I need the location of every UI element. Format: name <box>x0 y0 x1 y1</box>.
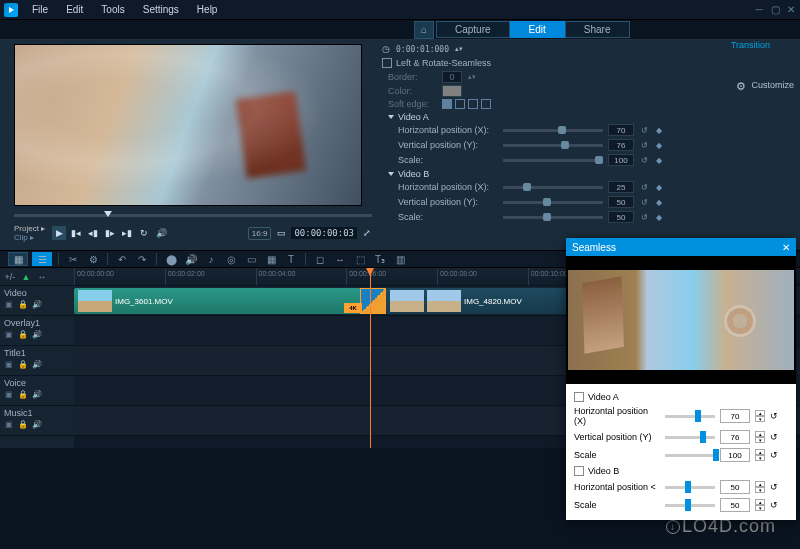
seamless-a-slider[interactable] <box>665 454 715 457</box>
resize-preview-icon[interactable]: ⤢ <box>360 226 374 240</box>
video-b-value-input[interactable]: 25 <box>608 181 634 193</box>
track-mute-icon[interactable]: 🔊 <box>32 359 42 369</box>
tab-capture[interactable]: Capture <box>436 21 510 38</box>
split-screen-icon[interactable]: ▥ <box>392 252 408 266</box>
record-button[interactable]: ⬤ <box>163 252 179 266</box>
reset-icon[interactable]: ↺ <box>770 482 778 492</box>
softedge-none[interactable] <box>442 99 452 109</box>
auto-music-icon[interactable]: ♪ <box>203 252 219 266</box>
video-b-group[interactable]: Video B <box>388 169 794 179</box>
track-mute-icon[interactable]: 🔊 <box>32 419 42 429</box>
seamless-b-spinner[interactable]: ▴▾ <box>755 481 765 493</box>
seamless-b-spinner[interactable]: ▴▾ <box>755 499 765 511</box>
softedge-2[interactable] <box>468 99 478 109</box>
home-button[interactable]: ⌂ <box>414 21 434 39</box>
subtitle-icon[interactable]: ▭ <box>243 252 259 266</box>
keyframe-icon[interactable]: ◆ <box>654 155 664 165</box>
video-a-slider[interactable] <box>503 144 603 147</box>
reset-icon[interactable]: ↺ <box>639 197 649 207</box>
volume-button[interactable]: 🔊 <box>154 226 168 240</box>
reset-icon[interactable]: ↺ <box>639 212 649 222</box>
video-a-slider[interactable] <box>503 129 603 132</box>
track-lock-icon[interactable]: 🔒 <box>18 299 28 309</box>
menu-help[interactable]: Help <box>189 2 226 17</box>
scroll-toggle-icon[interactable]: ↔ <box>36 271 48 283</box>
track-lock-icon[interactable]: 🔒 <box>18 329 28 339</box>
reset-icon[interactable]: ↺ <box>770 500 778 510</box>
preview-scrubber[interactable] <box>14 208 372 222</box>
tab-share[interactable]: Share <box>565 21 630 38</box>
seamless-a-spinner[interactable]: ▴▾ <box>755 431 765 443</box>
aspect-ratio-selector[interactable]: 16:9 <box>248 227 272 240</box>
track-header-voice[interactable]: Voice▣🔒🔊 <box>0 376 74 406</box>
menu-tools[interactable]: Tools <box>93 2 132 17</box>
video-a-value-input[interactable]: 70 <box>608 124 634 136</box>
playhead[interactable] <box>370 268 371 448</box>
goto-start-button[interactable]: ▮◂ <box>69 226 83 240</box>
keyframe-icon[interactable]: ◆ <box>654 125 664 135</box>
time-remap-icon[interactable]: ↔︎ <box>332 252 348 266</box>
undo-button[interactable]: ↶ <box>114 252 130 266</box>
track-insert-icon[interactable]: ▣ <box>4 329 14 339</box>
seamless-b-slider[interactable] <box>665 486 715 489</box>
reset-icon[interactable]: ↺ <box>770 411 778 421</box>
seamless-dialog[interactable]: Seamless ✕ Video A Horizontal position (… <box>566 238 796 520</box>
maximize-button[interactable]: ▢ <box>770 5 780 15</box>
track-header-video[interactable]: Video▣🔒🔊 <box>0 286 74 316</box>
chapter-icon[interactable]: T <box>283 252 299 266</box>
track-lock-icon[interactable]: 🔒 <box>18 419 28 429</box>
preview-timecode[interactable]: 00:00:00:03 <box>291 227 357 239</box>
tool-options-icon[interactable]: ⚙ <box>85 252 101 266</box>
track-mute-icon[interactable]: 🔊 <box>32 299 42 309</box>
track-insert-icon[interactable]: ▣ <box>4 299 14 309</box>
duration-spinner[interactable]: ▴▾ <box>455 45 463 53</box>
menu-settings[interactable]: Settings <box>135 2 187 17</box>
track-mute-icon[interactable]: 🔊 <box>32 389 42 399</box>
border-value-input[interactable]: 0 <box>442 71 462 83</box>
seamless-titlebar[interactable]: Seamless ✕ <box>566 238 796 256</box>
seamless-a-value-input[interactable]: 76 <box>720 430 750 444</box>
player-mode-labels[interactable]: Project ▸ Clip ▸ <box>14 224 45 242</box>
tab-edit[interactable]: Edit <box>510 21 565 38</box>
seamless-a-slider[interactable] <box>665 415 715 418</box>
storyboard-view-tab[interactable]: ▦ <box>8 252 28 266</box>
clip-2[interactable]: IMG_4820.MOV <box>386 288 586 314</box>
customize-button[interactable]: Customize <box>736 71 794 99</box>
track-visibility-icon[interactable]: ▲ <box>20 271 32 283</box>
seamless-a-spinner[interactable]: ▴▾ <box>755 449 765 461</box>
video-a-group[interactable]: Video A <box>388 112 794 122</box>
track-header-overlay1[interactable]: Overlay1▣🔒🔊 <box>0 316 74 346</box>
redo-button[interactable]: ↷ <box>134 252 150 266</box>
repeat-button[interactable]: ↻ <box>137 226 151 240</box>
reset-icon[interactable]: ↺ <box>639 155 649 165</box>
pan-zoom-icon[interactable]: ◻ <box>312 252 328 266</box>
video-b-slider[interactable] <box>503 186 603 189</box>
reset-icon[interactable]: ↺ <box>639 140 649 150</box>
clip-1[interactable]: IMG_3601.MOV <box>74 288 372 314</box>
reset-icon[interactable]: ↺ <box>639 182 649 192</box>
menu-file[interactable]: File <box>24 2 56 17</box>
keyframe-icon[interactable]: ◆ <box>654 140 664 150</box>
seamless-b-value-input[interactable]: 50 <box>720 480 750 494</box>
3d-title-icon[interactable]: T₃ <box>372 252 388 266</box>
video-a-value-input[interactable]: 100 <box>608 154 634 166</box>
keyframe-icon[interactable]: ◆ <box>654 212 664 222</box>
multicam-icon[interactable]: ▦ <box>263 252 279 266</box>
play-button[interactable]: ▶ <box>52 226 66 240</box>
mask-icon[interactable]: ⬚ <box>352 252 368 266</box>
keyframe-icon[interactable]: ◆ <box>654 197 664 207</box>
track-mute-icon[interactable]: 🔊 <box>32 329 42 339</box>
video-b-value-input[interactable]: 50 <box>608 211 634 223</box>
close-button[interactable]: ✕ <box>786 5 796 15</box>
softedge-3[interactable] <box>481 99 491 109</box>
scrubber-handle[interactable] <box>104 211 112 217</box>
video-b-slider[interactable] <box>503 201 603 204</box>
track-insert-icon[interactable]: ▣ <box>4 419 14 429</box>
track-header-title1[interactable]: Title1▣🔒🔊 <box>0 346 74 376</box>
preview-viewport[interactable] <box>14 44 362 206</box>
add-track-button[interactable]: +/- <box>4 271 16 283</box>
menu-edit[interactable]: Edit <box>58 2 91 17</box>
video-b-value-input[interactable]: 50 <box>608 196 634 208</box>
seamless-b-value-input[interactable]: 50 <box>720 498 750 512</box>
track-lock-icon[interactable]: 🔒 <box>18 389 28 399</box>
